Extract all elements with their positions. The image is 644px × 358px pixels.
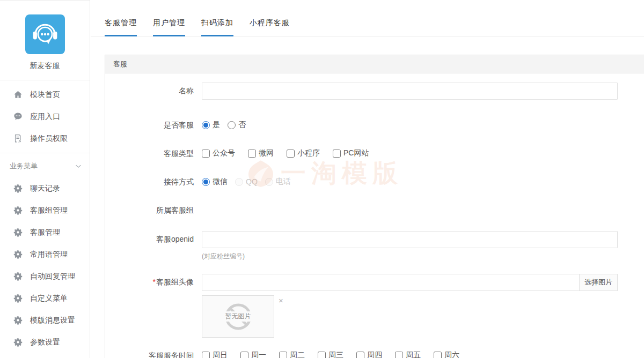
sidebar-item-label: 聊天记录 [30, 184, 60, 193]
form-row-service-type: 客服类型 公众号 微网 小程序 [105, 145, 644, 161]
main-content: 客服管理 用户管理 扫码添加 小程序客服 客服 名称 是否客服 是 [91, 0, 644, 358]
sidebar-item-label: 客服管理 [30, 228, 60, 237]
checkbox-official-account[interactable] [202, 150, 210, 158]
time-option-friday[interactable]: 周五 [395, 350, 421, 358]
reception-mode-label: 接待方式 [105, 174, 202, 190]
sidebar-item-label: 操作员权限 [30, 134, 68, 144]
time-option-sunday[interactable]: 周日 [202, 350, 228, 358]
avatar-url-input[interactable] [202, 274, 579, 291]
radio-yes[interactable] [202, 121, 210, 129]
sidebar: 新麦客服 模块首页 应用入口 操作员权限 业务菜单 [0, 0, 90, 358]
checkbox-friday[interactable] [395, 352, 403, 358]
openid-label: 客服openid [105, 231, 202, 261]
sidebar-business-menu: 聊天记录 客服组管理 客服管理 常用语管理 自动回复管理 自定义菜单 模版消息设… [0, 175, 90, 358]
service-type-label: 客服类型 [105, 145, 202, 161]
form-row-reception-mode: 接待方式 微信 QQ 电话 [105, 174, 644, 190]
reception-option-wechat[interactable]: 微信 [202, 177, 228, 187]
checkbox-thursday[interactable] [356, 352, 364, 358]
time-option-saturday[interactable]: 周六 [434, 350, 459, 358]
radio-qq[interactable] [235, 178, 243, 186]
sidebar-item-label: 参数设置 [30, 338, 60, 347]
sidebar-item-label: 常用语管理 [30, 250, 68, 259]
home-icon [13, 89, 23, 100]
checkbox-miniprogram[interactable] [287, 150, 295, 158]
checkbox-tuesday[interactable] [279, 352, 287, 358]
gear-icon [13, 249, 23, 259]
openid-hint: (对应粉丝编号) [202, 252, 644, 261]
form-row-avatar: *客服组头像 选择图片 暂无图片 [105, 274, 644, 338]
checkbox-pc-website[interactable] [333, 150, 341, 158]
sidebar-item-service-mgmt[interactable]: 客服管理 [0, 221, 90, 243]
sidebar-item-service-group-mgmt[interactable]: 客服组管理 [0, 199, 90, 221]
sidebar-section-label: 业务菜单 [10, 161, 38, 171]
is-service-option-no[interactable]: 否 [228, 120, 246, 130]
name-label: 名称 [105, 83, 202, 100]
checkbox-sunday[interactable] [202, 352, 210, 358]
no-image-text: 暂无图片 [224, 311, 252, 322]
service-group-label: 所属客服组 [105, 202, 202, 218]
radio-phone[interactable] [265, 178, 273, 186]
gear-icon [13, 205, 23, 215]
tab-miniprogram-service[interactable]: 小程序客服 [250, 18, 290, 36]
form-row-name: 名称 [105, 83, 644, 100]
type-option-official-account[interactable]: 公众号 [202, 148, 235, 158]
type-option-pc-website[interactable]: PC网站 [333, 148, 369, 158]
time-option-wednesday[interactable]: 周三 [318, 350, 343, 358]
sidebar-item-custom-menu[interactable]: 自定义菜单 [0, 287, 90, 309]
sidebar-item-app-entry[interactable]: 应用入口 [0, 106, 90, 128]
service-group-empty [202, 202, 644, 218]
service-form: 名称 是否客服 是 否 [105, 73, 644, 358]
openid-input[interactable] [202, 231, 618, 248]
time-option-thursday[interactable]: 周四 [356, 350, 382, 358]
required-asterisk: * [153, 278, 156, 286]
checkbox-wednesday[interactable] [318, 352, 326, 358]
sidebar-item-label: 模版消息设置 [30, 316, 75, 325]
radio-wechat[interactable] [202, 178, 210, 186]
sidebar-item-template-message[interactable]: 模版消息设置 [0, 309, 90, 331]
sidebar-item-label: 应用入口 [30, 112, 60, 122]
tab-scan-add[interactable]: 扫码添加 [201, 18, 233, 36]
sidebar-top-nav: 模块首页 应用入口 操作员权限 [0, 80, 90, 153]
reception-option-phone[interactable]: 电话 [265, 177, 291, 187]
document-pencil-icon [13, 133, 23, 144]
name-input[interactable] [202, 83, 618, 100]
remove-image-icon[interactable]: × [279, 296, 283, 304]
app-title: 新麦客服 [0, 61, 90, 80]
type-option-microsite[interactable]: 微网 [248, 148, 274, 158]
gear-icon [13, 293, 23, 303]
sidebar-item-chat-history[interactable]: 聊天记录 [0, 177, 90, 199]
sidebar-item-label: 自定义菜单 [30, 294, 68, 303]
time-option-monday[interactable]: 周一 [240, 350, 266, 358]
gear-icon [13, 315, 23, 325]
reception-option-qq[interactable]: QQ [235, 177, 258, 186]
no-image-placeholder: 暂无图片 [202, 295, 274, 338]
form-row-openid: 客服openid (对应粉丝编号) [105, 231, 644, 261]
tab-user-mgmt[interactable]: 用户管理 [153, 18, 185, 36]
sidebar-item-fans-mgmt[interactable]: 粉丝管理 [0, 353, 90, 358]
choose-image-button[interactable]: 选择图片 [579, 274, 618, 291]
tab-service-mgmt[interactable]: 客服管理 [105, 18, 137, 36]
panel-title: 客服 [105, 55, 644, 73]
radio-no[interactable] [228, 121, 236, 129]
sidebar-item-auto-reply[interactable]: 自动回复管理 [0, 265, 90, 287]
sidebar-item-label: 模块首页 [30, 90, 60, 100]
sidebar-item-parameter-settings[interactable]: 参数设置 [0, 331, 90, 353]
checkbox-saturday[interactable] [434, 352, 442, 358]
checkbox-monday[interactable] [240, 352, 248, 358]
sidebar-item-label: 客服组管理 [30, 206, 68, 215]
tab-bar: 客服管理 用户管理 扫码添加 小程序客服 [91, 0, 644, 36]
sidebar-item-common-phrases[interactable]: 常用语管理 [0, 243, 90, 265]
sidebar-item-operator-permissions[interactable]: 操作员权限 [0, 128, 90, 150]
is-service-option-yes[interactable]: 是 [202, 120, 220, 130]
chat-icon [13, 111, 23, 122]
sidebar-section-business-menu[interactable]: 业务菜单 [0, 153, 90, 175]
type-option-miniprogram[interactable]: 小程序 [287, 148, 320, 158]
form-row-service-group: 所属客服组 [105, 202, 644, 218]
sidebar-item-module-home[interactable]: 模块首页 [0, 84, 90, 106]
gear-icon [13, 183, 23, 193]
is-service-label: 是否客服 [105, 117, 202, 133]
chevron-down-icon [75, 162, 82, 170]
sidebar-item-label: 自动回复管理 [30, 272, 75, 281]
time-option-tuesday[interactable]: 周二 [279, 350, 305, 358]
checkbox-microsite[interactable] [248, 150, 256, 158]
